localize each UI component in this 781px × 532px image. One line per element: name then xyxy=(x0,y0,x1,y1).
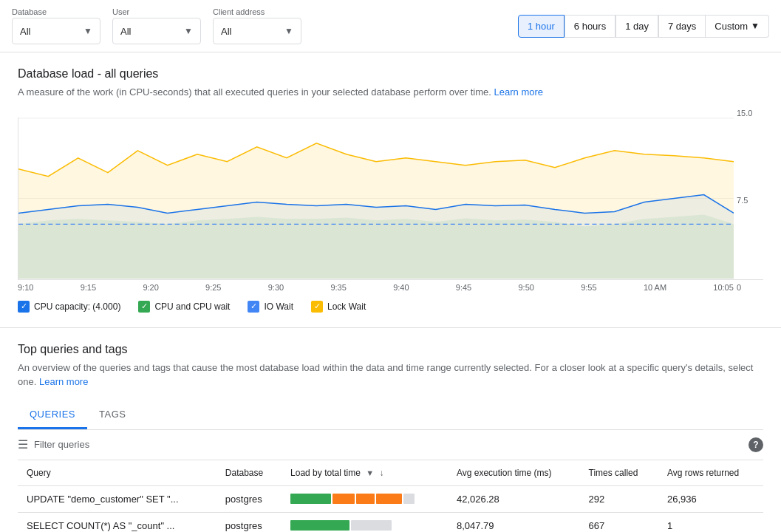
help-icon[interactable]: ? xyxy=(748,437,763,452)
database-filter: Database All ▼ xyxy=(12,7,100,44)
chart-y-labels: 15.0 7.5 0 xyxy=(734,109,763,292)
time-btn-1day[interactable]: 1 day xyxy=(615,15,658,38)
sort-down-icon: ▼ xyxy=(366,468,374,477)
legend-cpu-capacity: ✓ CPU capacity: (4.000) xyxy=(18,301,120,313)
client-address-label: Client address xyxy=(213,7,301,16)
tab-tags[interactable]: TAGS xyxy=(87,401,137,429)
client-address-arrow-icon: ▼ xyxy=(284,26,293,36)
avg-exec-time: 8,047.79 xyxy=(448,512,580,532)
legend-cpu-wait: ✓ CPU and CPU wait xyxy=(138,301,230,313)
user-filter: User All ▼ xyxy=(112,7,201,44)
client-address-value: All xyxy=(221,26,231,37)
top-queries-title: Top queries and tags xyxy=(18,343,763,356)
col-header-avg-exec: Avg execution time (ms) xyxy=(448,460,580,486)
legend-lock-wait: ✓ Lock Wait xyxy=(311,301,366,313)
custom-time-button[interactable]: Custom ▼ xyxy=(706,15,769,38)
client-address-select[interactable]: All ▼ xyxy=(213,18,301,44)
legend-checkbox-cpu-capacity[interactable]: ✓ xyxy=(18,301,30,313)
col-header-query: Query xyxy=(18,460,216,486)
database-load-title: Database load - all queries xyxy=(18,67,763,81)
avg-rows-returned: 26,936 xyxy=(658,485,763,512)
database-select[interactable]: All ▼ xyxy=(12,18,100,44)
col-header-database: Database xyxy=(216,460,282,486)
user-arrow-icon: ▼ xyxy=(184,26,193,36)
legend-checkbox-cpu-wait[interactable]: ✓ xyxy=(138,301,150,313)
load-bar xyxy=(290,520,439,531)
load-seg-orange-1 xyxy=(332,494,355,504)
custom-label: Custom xyxy=(715,21,748,32)
times-called: 667 xyxy=(580,512,658,532)
queries-table: Query Database Load by total time ▼ ↓ Av… xyxy=(18,460,763,533)
tab-queries[interactable]: QUERIES xyxy=(18,401,87,429)
database-label: Database xyxy=(12,7,100,16)
load-seg-gray xyxy=(403,494,415,504)
client-address-filter: Client address All ▼ xyxy=(213,7,301,44)
top-queries-section: Top queries and tags An overview of the … xyxy=(0,328,781,533)
top-queries-desc: An overview of the queries and tags that… xyxy=(18,361,763,389)
database-load-desc-text: A measure of the work (in CPU-seconds) t… xyxy=(18,86,491,98)
database-load-section: Database load - all queries A measure of… xyxy=(0,52,781,328)
avg-exec-time: 42,026.28 xyxy=(448,485,580,512)
database-name: postgres xyxy=(216,512,282,532)
query-filter-row: ☰ Filter queries ? xyxy=(18,430,763,460)
filter-bar: Database All ▼ User All ▼ Client address… xyxy=(0,0,781,52)
custom-arrow-icon: ▼ xyxy=(751,21,760,31)
user-label: User xyxy=(112,7,201,16)
legend-label-lock-wait: Lock Wait xyxy=(327,301,366,312)
load-seg-green xyxy=(290,494,331,504)
database-name: postgres xyxy=(216,485,282,512)
time-btn-7days[interactable]: 7 days xyxy=(658,15,706,38)
legend-label-cpu-wait: CPU and CPU wait xyxy=(154,301,230,312)
legend-label-io-wait: IO Wait xyxy=(264,301,293,312)
user-select[interactable]: All ▼ xyxy=(112,18,201,44)
top-queries-learn-more[interactable]: Learn more xyxy=(39,376,88,387)
legend-label-cpu-capacity: CPU capacity: (4.000) xyxy=(34,301,120,312)
table-header-row: Query Database Load by total time ▼ ↓ Av… xyxy=(18,460,763,486)
legend-io-wait: ✓ IO Wait xyxy=(248,301,293,313)
chart-legend: ✓ CPU capacity: (4.000) ✓ CPU and CPU wa… xyxy=(18,301,763,313)
col-header-load[interactable]: Load by total time ▼ ↓ xyxy=(282,460,448,486)
time-range-group: 1 hour 6 hours 1 day 7 days Custom ▼ xyxy=(518,15,769,38)
times-called: 292 xyxy=(580,485,658,512)
legend-checkbox-io-wait[interactable]: ✓ xyxy=(248,301,259,313)
database-load-desc: A measure of the work (in CPU-seconds) t… xyxy=(18,85,763,100)
time-btn-6hours[interactable]: 6 hours xyxy=(565,15,615,38)
top-queries-desc-text: An overview of the queries and tags that… xyxy=(18,362,753,388)
database-value: All xyxy=(20,26,30,37)
filter-queries-placeholder: Filter queries xyxy=(34,439,89,450)
table-row[interactable]: SELECT COUNT(*) AS "_count" ... postgres… xyxy=(18,512,763,532)
load-seg-green xyxy=(290,520,349,531)
database-load-learn-more[interactable]: Learn more xyxy=(494,86,543,98)
chart-x-labels: 9:10 9:15 9:20 9:25 9:30 9:35 9:40 9:45 … xyxy=(18,283,763,292)
database-load-chart xyxy=(18,117,763,280)
query-text: SELECT COUNT(*) AS "_count" ... xyxy=(18,512,216,532)
load-seg-orange-3 xyxy=(376,494,402,504)
user-value: All xyxy=(120,26,131,37)
table-row[interactable]: UPDATE "demo_customer" SET "... postgres… xyxy=(18,485,763,512)
avg-rows-returned: 1 xyxy=(658,512,763,532)
load-seg-gray xyxy=(351,520,392,531)
database-arrow-icon: ▼ xyxy=(83,26,92,36)
load-seg-orange-2 xyxy=(356,494,375,504)
sort-direction-icon: ↓ xyxy=(379,468,383,478)
load-bar-cell xyxy=(282,485,448,512)
load-bar-cell xyxy=(282,512,448,532)
query-text: UPDATE "demo_customer" SET "... xyxy=(18,485,216,512)
filter-queries-input[interactable]: ☰ Filter queries xyxy=(18,437,89,451)
load-bar xyxy=(290,494,439,504)
col-header-avg-rows: Avg rows returned xyxy=(658,460,763,486)
col-header-times-called: Times called xyxy=(580,460,658,486)
filter-icon: ☰ xyxy=(18,437,28,451)
legend-checkbox-lock-wait[interactable]: ✓ xyxy=(311,301,323,313)
time-btn-1hour[interactable]: 1 hour xyxy=(518,15,565,38)
queries-tabs: QUERIES TAGS xyxy=(18,401,763,430)
